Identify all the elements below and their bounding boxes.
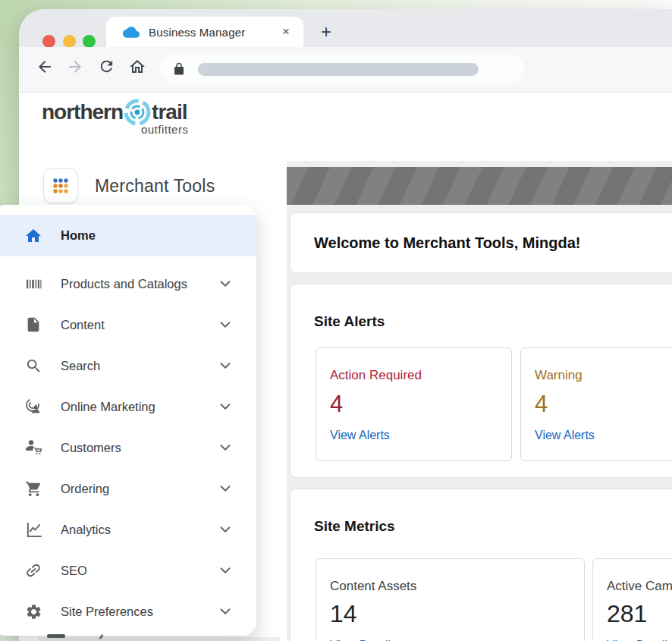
action-required-alert-card: Action Required 4 View Alerts xyxy=(316,347,512,461)
metric-value: 281 xyxy=(607,600,672,628)
content-assets-metric-card: Content Assets 14 View Details xyxy=(316,558,585,641)
home-icon xyxy=(24,227,42,245)
compass-logo-icon xyxy=(124,99,151,126)
sidebar-item-online-marketing[interactable]: Online Marketing xyxy=(0,386,256,427)
browser-navbar xyxy=(19,47,672,93)
chevron-down-icon[interactable] xyxy=(217,357,234,374)
metric-value: 14 xyxy=(330,600,584,628)
link-icon xyxy=(24,561,42,580)
logo-text-right: trail xyxy=(152,100,187,124)
tab-title: Business Manager xyxy=(149,26,279,39)
site-metrics-card: Site Metrics Content Assets 14 View Deta… xyxy=(290,489,672,641)
lock-icon xyxy=(172,62,186,76)
content-strip xyxy=(38,637,281,641)
shopping-cart-icon xyxy=(24,479,42,498)
zoom-window-button[interactable] xyxy=(83,35,96,48)
sidebar-item-label: Customers xyxy=(61,441,217,455)
analytics-chart-icon xyxy=(24,520,42,539)
minimize-window-button[interactable] xyxy=(63,35,76,48)
sidebar-item-search[interactable]: Search xyxy=(0,345,256,386)
app-title: Merchant Tools xyxy=(95,176,215,196)
metric-label: Active Campaigns xyxy=(607,579,672,594)
sidebar-item-label: Content xyxy=(61,318,217,332)
brand-logo: northern trail outfitters xyxy=(42,99,187,126)
gear-icon xyxy=(24,602,42,621)
metric-label: Content Assets xyxy=(330,579,584,594)
url-bar[interactable] xyxy=(160,55,524,83)
welcome-card: Welcome to Merchant Tools, Mingda! xyxy=(290,212,672,273)
chevron-down-icon[interactable] xyxy=(217,603,234,620)
sidebar-item-products-and-catalogs[interactable]: Products and Catalogs xyxy=(0,263,256,304)
sidebar-item-site-preferences[interactable]: Site Preferences xyxy=(0,591,256,632)
close-window-button[interactable] xyxy=(42,35,55,48)
sidebar-item-label: Products and Catalogs xyxy=(61,277,217,291)
logo-text-left: northern xyxy=(42,100,123,124)
sidebar-item-label: Analytics xyxy=(61,523,217,537)
chevron-down-icon[interactable] xyxy=(217,562,234,579)
sidebar-item-home[interactable]: Home xyxy=(0,215,256,256)
alert-count: 4 xyxy=(535,391,672,418)
url-placeholder-pill xyxy=(198,63,479,76)
alert-label: Warning xyxy=(535,368,672,383)
barcode-icon xyxy=(24,275,42,293)
document-icon xyxy=(24,316,42,334)
forward-icon[interactable] xyxy=(66,58,84,80)
sidebar-item-label: Site Preferences xyxy=(61,605,217,619)
sidebar-item-label: Home xyxy=(61,228,234,243)
welcome-title: Welcome to Merchant Tools, Mingda! xyxy=(314,234,581,252)
sidebar-menu: Home Products and Catalogs Content Searc… xyxy=(0,205,256,636)
site-alerts-card: Site Alerts Action Required 4 View Alert… xyxy=(290,284,672,478)
app-grid-icon[interactable] xyxy=(43,168,78,203)
browser-tab[interactable]: Business Manager × xyxy=(106,17,303,47)
chevron-down-icon[interactable] xyxy=(217,439,234,456)
browser-tab-strip: Business Manager × + xyxy=(19,9,672,47)
sidebar-item-label: SEO xyxy=(61,564,217,578)
hero-banner xyxy=(287,167,672,205)
warning-alert-card: Warning 4 View Alerts xyxy=(520,347,672,461)
back-icon[interactable] xyxy=(36,58,54,80)
sidebar-item-ordering[interactable]: Ordering xyxy=(0,468,256,509)
view-alerts-link[interactable]: View Alerts xyxy=(330,429,390,442)
broadcast-target-icon xyxy=(24,397,42,416)
sidebar-item-customers[interactable]: Customers xyxy=(0,427,256,468)
salesforce-cloud-icon xyxy=(123,26,140,38)
reload-icon[interactable] xyxy=(98,58,115,80)
sidebar-item-analytics[interactable]: Analytics xyxy=(0,509,256,550)
alert-count: 4 xyxy=(330,391,511,418)
active-campaigns-metric-card: Active Campaigns 281 View Details xyxy=(592,558,672,641)
chevron-down-icon[interactable] xyxy=(217,398,234,415)
new-tab-button[interactable]: + xyxy=(321,23,331,41)
sidebar-item-seo[interactable]: SEO xyxy=(0,550,256,591)
chevron-down-icon[interactable] xyxy=(217,521,234,538)
sidebar-item-label: Search xyxy=(61,359,217,373)
sidebar-item-label: Ordering xyxy=(61,482,217,496)
close-tab-icon[interactable]: × xyxy=(279,24,293,39)
chevron-down-icon[interactable] xyxy=(217,316,234,333)
view-alerts-link[interactable]: View Alerts xyxy=(535,429,595,442)
logo-tagline: outfitters xyxy=(141,123,189,136)
alert-label: Action Required xyxy=(330,368,511,383)
search-icon xyxy=(24,357,42,375)
sidebar-item-content[interactable]: Content xyxy=(0,304,256,345)
site-metrics-title: Site Metrics xyxy=(314,518,395,535)
site-alerts-title: Site Alerts xyxy=(314,313,385,330)
main-content: Welcome to Merchant Tools, Mingda! Site … xyxy=(287,161,672,641)
app-header: Merchant Tools xyxy=(43,168,215,203)
home-nav-icon[interactable] xyxy=(128,58,146,80)
sidebar-item-label: Online Marketing xyxy=(61,400,217,414)
partial-next-item-icon xyxy=(47,634,65,638)
chevron-down-icon[interactable] xyxy=(217,275,234,292)
chevron-down-icon[interactable] xyxy=(217,480,234,497)
customer-cart-icon xyxy=(24,438,42,457)
